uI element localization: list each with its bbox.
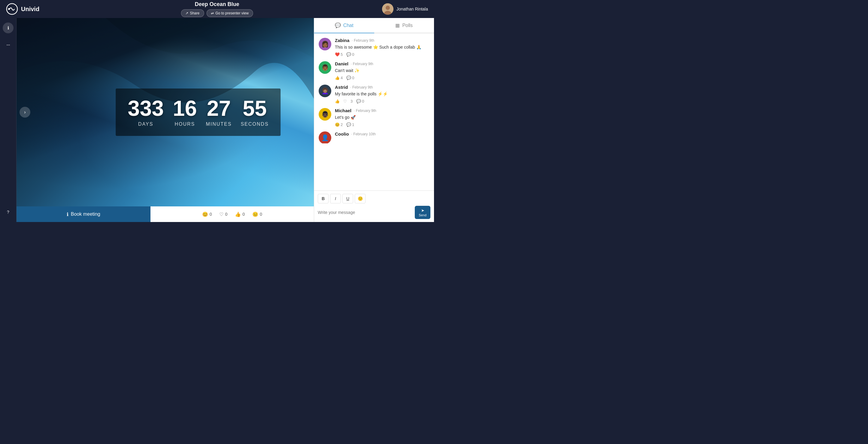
message-header: Astrid · February 9th <box>335 84 430 90</box>
reactions-bar: 😊 0 ♡ 0 👍 0 😐 0 <box>151 206 314 222</box>
input-row: ➤ Send <box>318 206 430 219</box>
message-input[interactable] <box>318 208 412 217</box>
svg-point-1 <box>8 8 10 10</box>
count-reaction: 3 <box>350 99 352 103</box>
info-icon[interactable]: ℹ <box>3 23 13 33</box>
countdown-days: 333 DAYS <box>128 98 164 127</box>
neutral-icon: 😐 <box>252 211 258 217</box>
avatar: 👨🏿 <box>319 108 331 121</box>
comment-icon: 💬 <box>346 123 351 127</box>
avatar: 👤 <box>319 131 331 143</box>
message-content: Michael · February 9th Let's go 🚀 😊 2 💬 … <box>335 108 430 127</box>
tab-polls[interactable]: ▦ Polls <box>374 18 434 33</box>
emoji-button[interactable]: 🙂 <box>355 194 366 203</box>
chat-input-area: B I U 🙂 ➤ Send <box>314 191 434 222</box>
comment-reaction[interactable]: 💬 0 <box>356 99 364 103</box>
message-content: Daniel · February 9th Can't wait ✨ 👍 4 💬… <box>335 61 430 80</box>
question-icon[interactable]: ? <box>3 207 13 217</box>
user-area: Jonathan Rintala <box>382 3 428 15</box>
more-options-icon[interactable]: ··· <box>3 39 13 50</box>
reaction-neutral[interactable]: 😐 0 <box>252 211 262 217</box>
message-reactions: ❤️ 5 💬 0 <box>335 52 430 57</box>
user-avatar <box>382 3 394 15</box>
header: Univid Deep Ocean Blue ↗ Share ⇌ Go to p… <box>0 0 434 18</box>
chat-messages: 👩🏾 Zabina · February 9th This is so awes… <box>314 33 434 191</box>
message-content: Astrid · February 9th My favorite is the… <box>335 84 430 103</box>
main-layout: ℹ ··· ? 333 DAYS <box>0 18 434 222</box>
nav-next-arrow[interactable]: › <box>20 107 30 117</box>
right-panel: 💬 Chat ▦ Polls 👩🏾 Zabina · February 9th … <box>314 18 434 222</box>
book-meeting-button[interactable]: ℹ Book meeting <box>17 206 151 222</box>
header-buttons: ↗ Share ⇌ Go to presenter view <box>181 9 253 17</box>
countdown-minutes: 27 MINUTES <box>206 98 231 127</box>
list-item: 👨🏾 Daniel · February 9th Can't wait ✨ 👍 … <box>319 61 430 80</box>
svg-point-3 <box>385 6 390 10</box>
italic-button[interactable]: I <box>330 194 341 203</box>
reaction-heart[interactable]: ♡ 0 <box>219 211 227 217</box>
message-content: Coolio · February 10th <box>335 131 430 143</box>
message-reactions: 👍 4 💬 0 <box>335 76 430 80</box>
thumbs-reaction[interactable]: 👍 4 <box>335 76 343 80</box>
comment-reaction[interactable]: 💬 0 <box>346 76 354 80</box>
countdown-hours: 16 HOURS <box>173 98 197 127</box>
tab-chat[interactable]: 💬 Chat <box>314 18 374 33</box>
logo-area: Univid <box>6 3 39 15</box>
comment-reaction[interactable]: 💬 1 <box>346 123 354 127</box>
comment-reaction[interactable]: 💬 0 <box>346 52 354 57</box>
heart-reaction[interactable]: ♡ <box>343 99 347 103</box>
list-item: 👩🏽‍🦱 Astrid · February 9th My favorite i… <box>319 84 430 103</box>
logo-icon <box>6 3 18 15</box>
heart-reaction[interactable]: ❤️ 5 <box>335 52 343 57</box>
message-reactions: 👍 ♡ 3 💬 0 <box>335 99 430 103</box>
reaction-smiley[interactable]: 😊 0 <box>202 211 212 217</box>
video-content: 333 DAYS 16 HOURS 27 MINUTES 55 SECONDS … <box>17 18 314 206</box>
comment-icon: 💬 <box>346 52 351 57</box>
message-reactions: 😊 2 💬 1 <box>335 123 430 127</box>
smiley-reaction[interactable]: 😊 2 <box>335 123 343 127</box>
header-center: Deep Ocean Blue ↗ Share ⇌ Go to presente… <box>181 1 253 17</box>
countdown-seconds: 55 SECONDS <box>241 98 269 127</box>
chat-tab-icon: 💬 <box>335 23 341 28</box>
page-title: Deep Ocean Blue <box>195 1 239 7</box>
book-meeting-icon: ℹ <box>67 211 68 217</box>
avatar: 👩🏾 <box>319 38 331 50</box>
message-header: Daniel · February 9th <box>335 61 430 66</box>
video-area: 333 DAYS 16 HOURS 27 MINUTES 55 SECONDS … <box>17 18 314 222</box>
reaction-thumbsup[interactable]: 👍 0 <box>235 211 245 217</box>
message-header: Michael · February 9th <box>335 108 430 113</box>
comment-icon: 💬 <box>346 76 351 80</box>
heart-icon: ♡ <box>219 211 223 217</box>
message-content: Zabina · February 9th This is so awesome… <box>335 38 430 57</box>
list-item: 👩🏾 Zabina · February 9th This is so awes… <box>319 38 430 57</box>
countdown-overlay: 333 DAYS 16 HOURS 27 MINUTES 55 SECONDS <box>116 89 281 136</box>
user-name: Jonathan Rintala <box>397 7 428 11</box>
presenter-icon: ⇌ <box>211 11 214 15</box>
list-item: 👨🏿 Michael · February 9th Let's go 🚀 😊 2 <box>319 108 430 127</box>
send-icon: ➤ <box>421 208 424 213</box>
formatting-bar: B I U 🙂 <box>318 194 430 203</box>
left-sidebar: ℹ ··· ? <box>0 18 17 222</box>
message-header: Zabina · February 9th <box>335 38 430 43</box>
polls-tab-icon: ▦ <box>395 23 400 28</box>
avatar: 👩🏽‍🦱 <box>319 84 331 97</box>
bold-button[interactable]: B <box>318 194 329 203</box>
video-bottom-bar: ℹ Book meeting 😊 0 ♡ 0 👍 0 😐 0 <box>17 206 314 222</box>
list-item: 👤 Coolio · February 10th <box>319 131 430 143</box>
comment-icon: 💬 <box>356 99 361 103</box>
share-button[interactable]: ↗ Share <box>181 9 204 17</box>
message-header: Coolio · February 10th <box>335 131 430 137</box>
underline-button[interactable]: U <box>342 194 353 203</box>
panel-tabs: 💬 Chat ▦ Polls <box>314 18 434 33</box>
avatar: 👨🏾 <box>319 61 331 74</box>
send-button[interactable]: ➤ Send <box>415 206 430 219</box>
smiley-icon: 😊 <box>202 211 208 217</box>
share-icon: ↗ <box>185 11 188 15</box>
presenter-view-button[interactable]: ⇌ Go to presenter view <box>206 9 253 17</box>
thumbsup-icon: 👍 <box>235 211 241 217</box>
logo-text: Univid <box>21 6 39 12</box>
thumbs-reaction[interactable]: 👍 <box>335 99 340 103</box>
